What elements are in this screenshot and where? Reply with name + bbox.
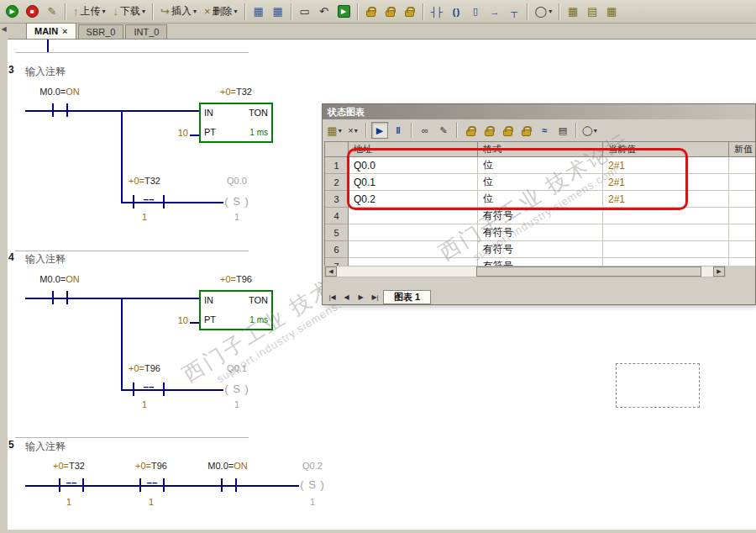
new-value-cell[interactable] [729, 258, 755, 266]
force-button[interactable] [362, 3, 381, 21]
compare-operand[interactable]: 1 [123, 497, 180, 507]
next-sheet-button[interactable]: ▶ [354, 291, 367, 303]
address-cell[interactable]: Q0.0 [349, 157, 478, 174]
download-button[interactable]: ↓下载▾ [110, 3, 150, 21]
coil-operand[interactable]: 1 [291, 497, 334, 507]
format-column-header[interactable]: 格式 [478, 142, 603, 157]
coil-address[interactable]: Q0.0 [215, 176, 259, 186]
edit-program-button[interactable]: ✎ [43, 3, 61, 21]
read-forced-button[interactable] [401, 3, 419, 21]
tab-sbr0[interactable]: SBR_0 [78, 24, 124, 39]
row-number[interactable]: 2 [325, 174, 349, 191]
stop-button[interactable]: ■ [23, 3, 42, 21]
unforce-button[interactable] [381, 3, 400, 21]
compare-operand[interactable]: 1 [116, 212, 173, 222]
compare-label[interactable]: +0=T32 [40, 461, 97, 471]
address-cell[interactable]: Q0.1 [349, 174, 478, 191]
new-value-cell[interactable] [729, 208, 755, 224]
compare-label[interactable]: +0=T32 [116, 176, 173, 186]
address-cell[interactable] [349, 241, 478, 258]
compare-contact-symbol[interactable] [163, 383, 165, 396]
delete-button[interactable]: ×删除▾ [201, 3, 241, 21]
tab-main[interactable]: MAIN× [26, 23, 76, 39]
network-comment[interactable]: 输入注释 [25, 440, 66, 454]
tab-scroll-strip[interactable]: ◀ [0, 24, 8, 533]
compare-label[interactable]: +0=T96 [116, 363, 173, 373]
new-value-cell[interactable] [729, 191, 755, 208]
force-button[interactable] [462, 122, 479, 139]
book-button[interactable]: ▤ [583, 3, 601, 21]
pause-chart-button[interactable]: ‖ [390, 122, 407, 139]
new-value-cell[interactable] [729, 241, 755, 258]
status-chart-titlebar[interactable]: 状态图表 [323, 104, 755, 119]
coil-address[interactable]: Q0.2 [291, 461, 334, 471]
first-sheet-button[interactable]: |◀ [326, 291, 339, 303]
set-coil-symbol[interactable]: ( S ) [215, 383, 259, 395]
row-number[interactable]: 3 [325, 191, 349, 208]
box-tool-button[interactable]: ▯ [466, 3, 485, 21]
format-cell[interactable]: 有符号 [478, 208, 603, 224]
coil-tool-button[interactable]: ( ) [447, 3, 465, 21]
contact-symbol[interactable] [221, 478, 223, 492]
data-block-button[interactable]: ▭ [296, 3, 314, 21]
picture-button[interactable]: ▤ [554, 122, 571, 139]
sheet-tab-chart1[interactable]: 图表 1 [383, 290, 431, 304]
row-number[interactable]: 4 [325, 208, 349, 224]
row-number[interactable]: 1 [325, 157, 349, 174]
hline-tool-button[interactable]: → [486, 3, 504, 21]
address-cell[interactable]: Q0.2 [349, 191, 478, 208]
timer-label[interactable]: +0=T96 [199, 274, 273, 284]
address-cell[interactable] [349, 258, 478, 266]
new-value-cell[interactable] [729, 157, 755, 174]
contact-symbol[interactable] [52, 103, 54, 117]
close-icon[interactable]: × [62, 26, 67, 36]
table-edit-button[interactable]: ▦ [564, 3, 582, 21]
compare-label[interactable]: +0=T96 [123, 461, 180, 471]
compare-operand[interactable]: 1 [40, 497, 97, 507]
format-cell[interactable]: 位 [478, 174, 603, 191]
new-value-cell[interactable] [729, 174, 755, 191]
compare-operand[interactable]: 1 [116, 399, 173, 409]
coil-operand[interactable]: 1 [215, 399, 259, 409]
network-comment[interactable]: 输入注释 [25, 252, 66, 266]
write-all-button[interactable]: ✎ [435, 122, 452, 139]
contact-symbol[interactable] [235, 478, 237, 492]
compare-contact-symbol[interactable] [82, 478, 84, 492]
trend-view-button[interactable]: ≈ [536, 122, 553, 139]
contact-label[interactable]: M0.0=ON [200, 461, 255, 471]
symbol-table-button[interactable]: ▦ [249, 3, 268, 21]
row-number[interactable]: 6 [325, 241, 349, 258]
format-cell[interactable]: 有符号 [478, 241, 603, 258]
address-cell[interactable] [349, 224, 478, 241]
editor-bottom-scrollbar[interactable] [0, 530, 756, 533]
contact-tool-button[interactable]: ┤├ [428, 3, 446, 21]
compare-contact-symbol[interactable] [163, 478, 165, 492]
new-value-column-header[interactable]: 新值 [729, 142, 755, 157]
contact-label[interactable]: M0.0=ON [30, 87, 89, 97]
address-cell[interactable] [349, 208, 478, 224]
single-read-button[interactable]: ∞ [417, 122, 433, 139]
read-all-forced-button[interactable] [499, 122, 516, 139]
set-coil-symbol[interactable]: ( S ) [291, 478, 334, 491]
scroll-right-arrow[interactable]: ▶ [713, 266, 725, 277]
current-value-column-header[interactable]: 当前值 [603, 142, 729, 157]
row-number[interactable]: 7 [325, 258, 349, 266]
tab-int0[interactable]: INT_0 [125, 24, 167, 39]
format-cell[interactable]: 位 [478, 191, 603, 208]
undo-button[interactable]: ↶ [315, 3, 333, 21]
upload-button[interactable]: ↑上传▾ [70, 3, 109, 21]
horizontal-scrollbar[interactable]: ◀ ▶ [324, 266, 726, 277]
row-number[interactable]: 5 [325, 224, 349, 241]
vline-tool-button[interactable]: ┬ [505, 3, 523, 21]
delete-row-button[interactable]: ×▾ [344, 122, 361, 139]
run-button[interactable]: ▶ [3, 3, 22, 21]
unforce-all-button[interactable] [517, 122, 534, 139]
oval-tool-button[interactable]: ◯▾ [532, 3, 556, 21]
set-coil-symbol[interactable]: ( S ) [215, 195, 259, 208]
grid-button[interactable]: ▦ [602, 3, 621, 21]
contact-symbol[interactable] [66, 291, 68, 304]
tab-scroll-left-icon[interactable]: ◀ [1, 25, 6, 33]
timer-box[interactable]: IN TON PT 1 ms [199, 103, 273, 143]
network-comment[interactable]: 输入注释 [25, 65, 66, 79]
sheet-select-button[interactable]: ▦▾ [326, 122, 343, 139]
